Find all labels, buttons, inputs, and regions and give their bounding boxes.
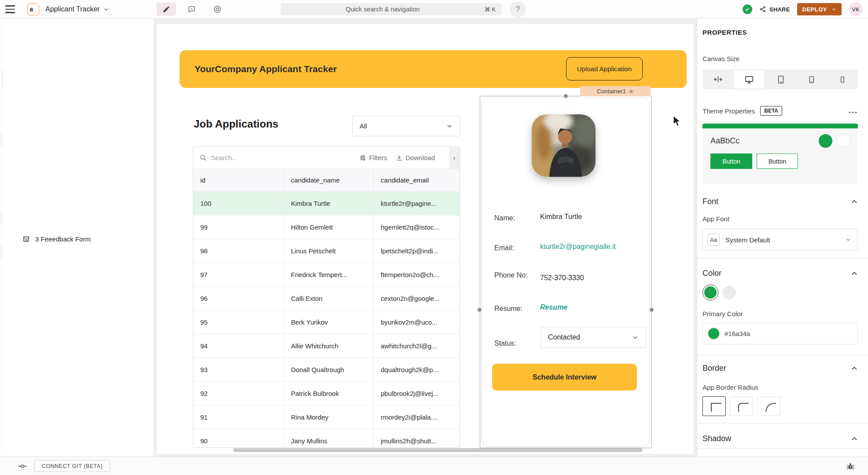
phone-label: Phone No: <box>494 270 533 282</box>
table-row[interactable]: 94 Allie Whitchurch awhitchurch2l@g... <box>193 334 460 358</box>
table-row[interactable]: 99 Hilton Gemlett hgemlett2q@istoc... <box>193 215 460 239</box>
cell-candidate-email: kturtle2r@pagine... <box>374 192 460 215</box>
section-divider <box>697 355 868 355</box>
pages-list: 2 Application Upload 3 Feeedback Form <box>0 38 154 60</box>
deploy-button[interactable]: DEPLOY <box>797 3 842 15</box>
table-row[interactable]: 92 Patrick Bulbrook pbulbrook2j@livej... <box>193 381 460 405</box>
theme-font-sample: AaBbCc <box>710 136 739 146</box>
table-search-input[interactable] <box>211 154 290 161</box>
search-icon <box>199 154 207 161</box>
widget-settings-gear-icon[interactable] <box>629 89 634 94</box>
border-radius-large-option[interactable] <box>757 396 780 416</box>
sharp-corner-icon <box>711 403 721 412</box>
status-bar: CONNECT GIT (BETA) <box>0 457 868 475</box>
schedule-interview-button[interactable]: Schedule Interview <box>492 364 637 391</box>
canvas-size-phone-option[interactable] <box>827 69 858 89</box>
app-font-select[interactable]: Aa System Default <box>702 229 858 251</box>
resize-handle-right[interactable] <box>650 308 654 312</box>
color-section-header[interactable]: Color <box>702 269 858 278</box>
cell-candidate-email: jmullins2h@shutt... <box>374 429 460 448</box>
chevron-up-icon <box>851 270 858 277</box>
horizontal-scrollbar[interactable] <box>233 448 643 452</box>
filters-button[interactable]: Filters <box>359 154 387 161</box>
quick-search-bar[interactable]: ⌘ K <box>281 3 502 15</box>
concentric-circle-icon <box>213 5 222 14</box>
table-row[interactable]: 95 Berk Yurikov byurikov2m@uco... <box>193 310 460 334</box>
name-label: Name: <box>494 213 540 224</box>
debug-bug-icon[interactable] <box>846 462 855 471</box>
cell-candidate-name: Berk Yurikov <box>284 311 374 334</box>
canvas-size-fluid-option[interactable] <box>702 69 733 89</box>
theme-color-green-swatch[interactable] <box>819 134 832 148</box>
chevron-up-icon <box>851 198 858 205</box>
table-row[interactable]: 96 Calli Exton cexton2n@google... <box>193 286 460 310</box>
table-title: Job Applications <box>194 118 278 130</box>
cell-candidate-name: Allie Whitchurch <box>284 334 374 358</box>
table-row[interactable]: 90 Jany Mullins jmullins2h@shutt... <box>193 429 460 448</box>
column-header-candidate-name[interactable]: candidate_name <box>284 169 374 191</box>
cell-candidate-email: byurikov2m@uco... <box>374 311 460 334</box>
quick-search-input[interactable] <box>281 6 485 13</box>
theme-secondary-button-sample[interactable]: Button <box>757 153 798 169</box>
border-radius-none-option[interactable] <box>702 396 726 416</box>
table-row[interactable]: 100 Kimbra Turtle kturtle2r@pagine... <box>193 191 460 215</box>
status-filter-select[interactable]: All <box>352 116 460 136</box>
deploy-chevron-down-icon[interactable] <box>831 7 836 12</box>
email-link[interactable]: kturtle2r@paginegialle.it <box>540 243 616 254</box>
cell-id: 100 <box>193 192 284 215</box>
resume-link[interactable]: Resume <box>540 303 567 314</box>
app-border-radius-label: App Border Radius <box>702 384 858 391</box>
column-header-candidate-email[interactable]: candidate_email <box>374 169 460 191</box>
collapse-panel-button[interactable]: ‹ <box>449 147 460 168</box>
theme-primary-button-sample[interactable]: Button <box>710 153 752 169</box>
cell-id: 90 <box>193 429 284 448</box>
upload-application-button[interactable]: Upload Application <box>566 57 643 80</box>
app-menu-chevron-down-icon[interactable] <box>103 7 109 12</box>
chevron-down-icon <box>632 334 639 341</box>
theme-color-white-swatch[interactable] <box>837 134 851 148</box>
resize-handle-left[interactable] <box>478 308 482 312</box>
preview-mode-button[interactable] <box>208 3 227 16</box>
font-section-header[interactable]: Font <box>702 197 858 206</box>
table-row[interactable]: 93 Donall Qualtrough dqualtrough2k@p... <box>193 358 460 381</box>
top-bar: a_ Applicant Tracker ⌘ K <box>0 0 868 18</box>
theme-menu-button[interactable]: ... <box>849 109 858 112</box>
share-button[interactable]: SHARE <box>759 6 790 13</box>
sidebar-page-item[interactable]: 3 Feeedback Form <box>3 24 154 454</box>
canvas-size-tablet-large-option[interactable] <box>765 69 796 89</box>
table-row[interactable]: 97 Friedrick Tempert... ftemperton2o@ch.… <box>193 263 460 286</box>
theme-properties-label: Theme Properties <box>702 107 755 115</box>
resize-handle-top[interactable] <box>564 94 568 98</box>
cell-id: 99 <box>193 216 284 239</box>
primary-color-swatch-selected[interactable] <box>702 285 718 300</box>
canvas-size-desktop-option[interactable] <box>733 69 765 89</box>
table-row[interactable]: 91 Rina Mordey rmordey2i@plala.... <box>193 405 460 429</box>
edit-mode-button[interactable] <box>157 3 176 16</box>
status-select[interactable]: Contacted <box>541 327 646 348</box>
border-section-header[interactable]: Border <box>702 364 858 373</box>
user-avatar[interactable]: VK <box>849 2 863 16</box>
download-button[interactable]: Download <box>396 154 435 161</box>
canvas-size-tablet-option[interactable] <box>796 69 827 89</box>
cell-id: 93 <box>193 358 284 381</box>
page-icon <box>22 235 30 243</box>
section-divider <box>697 423 868 424</box>
theme-preview-card: AaBbCc Button Button <box>702 124 858 184</box>
secondary-color-swatch[interactable] <box>722 286 736 300</box>
cell-candidate-email: ftemperton2o@ch... <box>374 263 460 286</box>
shadow-section-header[interactable]: Shadow <box>702 434 858 443</box>
cell-candidate-name: Kimbra Turtle <box>284 192 374 215</box>
candidate-photo <box>532 114 596 177</box>
border-radius-medium-option[interactable] <box>730 396 753 416</box>
hamburger-menu-icon[interactable] <box>0 0 20 18</box>
resume-label: Resume: <box>494 303 540 314</box>
curved-corner-icon <box>765 403 776 412</box>
comment-mode-button[interactable] <box>182 3 202 16</box>
connect-git-button[interactable]: CONNECT GIT (BETA) <box>34 460 110 472</box>
table-row[interactable]: 98 Linus Petschelt lpetschelt2p@indi... <box>193 239 460 263</box>
column-header-id[interactable]: id <box>193 169 284 191</box>
cell-id: 97 <box>193 263 284 286</box>
primary-color-input[interactable]: #16a34a <box>702 323 858 344</box>
container-widget-label[interactable]: Container1 <box>580 86 651 96</box>
help-button[interactable]: ? <box>510 1 526 18</box>
